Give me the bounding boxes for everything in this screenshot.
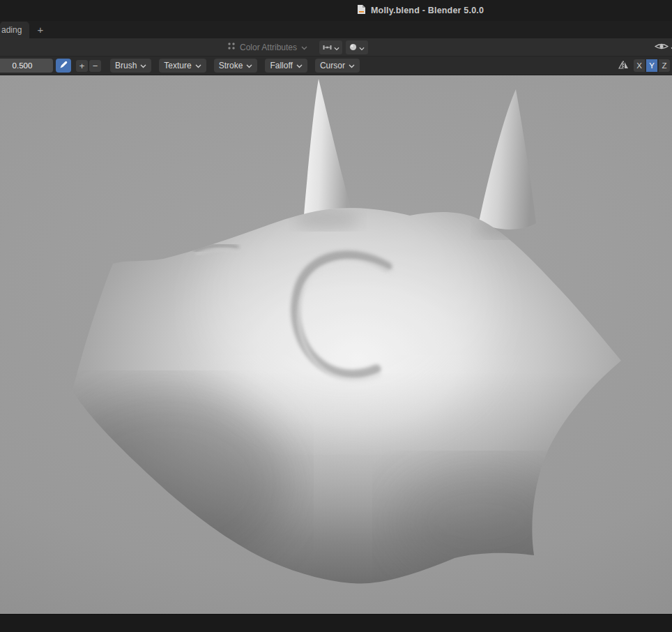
add-workspace-button[interactable]: + [37,24,43,35]
chevron-down-icon [301,43,307,52]
tool-menus: Brush Texture Stroke Falloff Cursor [110,59,360,73]
creature-left-horn [304,79,352,222]
color-attributes-icon [227,42,236,52]
brush-menu[interactable]: Brush [110,59,151,73]
texture-menu[interactable]: Texture [159,59,206,73]
symmetry-group: X Y Z [618,59,672,72]
color-attributes-dropdown[interactable]: Color Attributes [227,38,307,56]
cursor-menu[interactable]: Cursor [315,59,360,73]
workspace-tab-active[interactable]: ading [0,22,29,38]
stroke-menu[interactable]: Stroke [214,59,258,73]
strength-value: 0.500 [13,61,33,70]
sculpt-mesh-render [0,75,672,614]
chevron-down-icon [296,61,303,70]
tool-settings-bar: 0.500 + − Brush Texture Stroke Falloff [0,57,672,75]
chevron-down-icon [140,61,146,70]
brush-add-subtract-group: + − [76,60,101,72]
texture-menu-label: Texture [164,61,191,70]
mirror-axis-y[interactable]: Y [646,59,657,72]
chevron-down-icon [334,41,339,54]
mirror-axis-x[interactable]: X [634,59,645,72]
stroke-menu-label: Stroke [219,61,243,70]
chevron-down-icon [349,61,355,70]
falloff-menu[interactable]: Falloff [265,59,307,73]
mirror-axis-z[interactable]: Z [659,59,670,72]
3d-viewport[interactable] [0,75,672,614]
chevron-down-icon [246,61,252,70]
status-bar [0,614,672,632]
mirror-icon[interactable] [618,59,629,72]
file-icon [357,4,366,17]
visibility-dropdown[interactable] [655,38,672,56]
color-attributes-label: Color Attributes [240,43,297,52]
creature-right-horn [479,89,536,230]
falloff-preview-dropdown[interactable] [319,40,342,54]
brush-menu-label: Brush [115,61,137,70]
brush-add-button[interactable]: + [76,60,88,72]
pen-icon [59,59,68,72]
chevron-down-icon [195,61,201,70]
strength-slider[interactable]: 0.500 [0,59,53,73]
viewport-shading-dropdown[interactable] [346,40,368,54]
chevron-down-icon [359,41,365,54]
eye-icon [655,41,669,54]
shading-sphere-icon [349,41,357,54]
editor-header: Color Attributes [0,38,672,57]
falloff-menu-label: Falloff [270,61,292,70]
cursor-menu-label: Cursor [320,61,345,70]
falloff-preview-icon [323,41,332,54]
window-title: Molly.blend - Blender 5.0.0 [371,6,484,15]
window-title-group: Molly.blend - Blender 5.0.0 [357,0,484,21]
mirror-axes: X Y Z [634,59,670,72]
draw-brush-button[interactable] [56,59,71,73]
workspace-tabbar: ading + [0,21,672,38]
window-titlebar: Molly.blend - Blender 5.0.0 [0,0,672,21]
brush-subtract-button[interactable]: − [89,60,101,72]
